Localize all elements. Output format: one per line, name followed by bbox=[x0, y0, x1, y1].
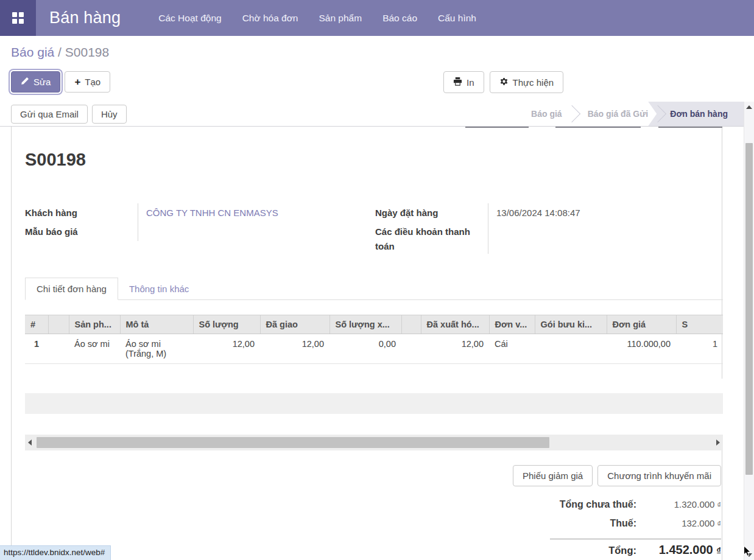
grand-total-row: Tổng: 1.452.000 ₫ bbox=[550, 543, 721, 560]
tab-other-info[interactable]: Thông tin khác bbox=[118, 278, 200, 299]
horizontal-scrollbar[interactable] bbox=[25, 435, 723, 450]
plus-icon: + bbox=[74, 79, 80, 86]
record-title: S00198 bbox=[25, 150, 86, 170]
order-lines-table: # Sản ph... Mô tả Số lượng Đã giao Số lư… bbox=[25, 315, 723, 364]
breadcrumb-parent-link[interactable]: Báo giá bbox=[11, 45, 54, 59]
totals-divider bbox=[550, 539, 721, 539]
table-header-row: # Sản ph... Mô tả Số lượng Đã giao Số lư… bbox=[25, 315, 723, 334]
order-line-row[interactable]: 1 Áo sơ mi Áo sơ mi (Trắng, M) 12,00 12,… bbox=[25, 334, 723, 364]
vertical-scrollbar[interactable] bbox=[744, 102, 754, 560]
stat-button-border bbox=[658, 127, 722, 128]
col-invoiced: Đã xuất hó... bbox=[421, 315, 489, 334]
stat-button-border bbox=[465, 127, 529, 128]
payment-terms-value bbox=[496, 222, 716, 241]
col-product: Sản ph... bbox=[69, 315, 120, 334]
browser-status-bar: https://ttldev.bnidx.net/web# bbox=[0, 545, 111, 560]
coupon-button[interactable]: Phiếu giảm giá bbox=[513, 465, 593, 486]
stat-button-border bbox=[555, 127, 641, 128]
menu-item-products[interactable]: Sản phẩm bbox=[319, 13, 362, 24]
cell-package2 bbox=[535, 334, 607, 364]
top-navbar: Bán hàng Các Hoạt động Chờ hóa đơn Sản p… bbox=[0, 0, 754, 36]
menu-item-configuration[interactable]: Cấu hình bbox=[438, 13, 476, 24]
state-quotation-sent[interactable]: Báo giá đã Gửi bbox=[576, 102, 661, 126]
col-blank bbox=[401, 315, 421, 334]
horizontal-scroll-track[interactable] bbox=[35, 435, 713, 450]
breadcrumb-separator: / bbox=[58, 45, 62, 59]
untaxed-value: 1.320.000 ₫ bbox=[645, 499, 721, 509]
tax-value: 132.000 ₫ bbox=[645, 518, 721, 528]
promotion-button[interactable]: Chương trình khuyến mãi bbox=[597, 465, 721, 486]
tax-total-row: Thuế: 132.000 ₫ bbox=[550, 518, 721, 537]
send-email-button[interactable]: Gửi qua Email bbox=[11, 105, 88, 124]
order-date-value: 13/06/2024 14:08:47 bbox=[496, 203, 716, 222]
app-title: Bán hàng bbox=[49, 9, 121, 27]
payment-terms-label: Các điều khoản thanh toán bbox=[375, 222, 488, 254]
cell-blank bbox=[401, 334, 421, 364]
gear-icon bbox=[499, 77, 509, 88]
form-sheet: S00198 Khách hàng Mẫu báo giá CÔNG TY TN… bbox=[11, 127, 722, 560]
menu-item-to-invoice[interactable]: Chờ hóa đơn bbox=[242, 13, 298, 24]
apps-menu-button[interactable] bbox=[0, 0, 36, 36]
edit-button[interactable]: Sửa bbox=[11, 71, 60, 93]
cell-uom: Cái bbox=[489, 334, 535, 364]
col-package: Gói bưu ki... bbox=[535, 315, 607, 334]
cell-qty-extra: 0,00 bbox=[329, 334, 401, 364]
cell-description: Áo sơ mi (Trắng, M) bbox=[120, 334, 193, 364]
breadcrumb-row: Báo giá / S00198 bbox=[0, 36, 754, 70]
control-panel: Sửa + Tạo In Thực hiện bbox=[0, 70, 754, 102]
main-menu: Các Hoạt động Chờ hóa đơn Sản phẩm Báo c… bbox=[158, 13, 476, 24]
scroll-left-arrow[interactable] bbox=[25, 439, 35, 446]
menu-item-reporting[interactable]: Báo cáo bbox=[382, 13, 417, 24]
untaxed-label: Tổng chưa thuế: bbox=[550, 499, 645, 510]
untaxed-total-row: Tổng chưa thuế: 1.320.000 ₫ bbox=[550, 499, 721, 518]
col-description: Mô tả bbox=[120, 315, 193, 334]
totals-block: Tổng chưa thuế: 1.320.000 ₫ Thuế: 132.00… bbox=[550, 499, 721, 560]
quotation-template-value bbox=[146, 222, 366, 241]
quotation-template-label: Mẫu báo giá bbox=[25, 222, 138, 241]
action-button[interactable]: Thực hiện bbox=[490, 71, 564, 93]
notebook-tabs: Chi tiết đơn hàng Thông tin khác bbox=[25, 276, 723, 300]
menu-item-activities[interactable]: Các Hoạt động bbox=[158, 13, 221, 24]
breadcrumb: Báo giá / S00198 bbox=[11, 45, 109, 60]
col-subtotal: S bbox=[676, 315, 723, 334]
currency-sign: ₫ bbox=[717, 520, 721, 528]
horizontal-scroll-thumb[interactable] bbox=[37, 437, 549, 448]
vertical-scroll-thumb[interactable] bbox=[745, 143, 753, 475]
cell-subtotal: 1 bbox=[676, 334, 723, 364]
cell-quantity: 12,00 bbox=[193, 334, 260, 364]
empty-row bbox=[25, 414, 723, 435]
printer-icon bbox=[453, 77, 462, 88]
cancel-button[interactable]: Hủy bbox=[92, 105, 127, 124]
col-handle bbox=[48, 315, 69, 334]
col-index: # bbox=[25, 315, 48, 334]
col-qty-extra: Số lượng x... bbox=[329, 315, 401, 334]
empty-row-striped bbox=[25, 393, 723, 414]
currency-sign: ₫ bbox=[717, 501, 721, 509]
cell-index: 1 bbox=[25, 334, 48, 364]
scroll-right-arrow[interactable] bbox=[713, 439, 723, 446]
col-uom: Đơn v... bbox=[489, 315, 535, 334]
breadcrumb-current: S00198 bbox=[65, 45, 109, 59]
tab-order-lines[interactable]: Chi tiết đơn hàng bbox=[25, 278, 118, 300]
mouse-cursor bbox=[743, 545, 752, 560]
field-group-left: Khách hàng Mẫu báo giá CÔNG TY TNHH CN E… bbox=[25, 203, 366, 241]
status-toolbar: Gửi qua Email Hủy Báo giá Báo giá đã Gửi… bbox=[0, 102, 754, 127]
customer-value-link[interactable]: CÔNG TY TNHH CN ENMASYS bbox=[146, 203, 366, 222]
apps-grid-icon bbox=[12, 12, 24, 24]
order-date-label: Ngày đặt hàng bbox=[375, 203, 488, 222]
cell-unit-price: 110.000,00 bbox=[607, 334, 676, 364]
col-delivered: Đã giao bbox=[260, 315, 329, 334]
pencil-icon bbox=[21, 77, 29, 87]
cell-handle bbox=[48, 334, 69, 364]
col-unit-price: Đơn giá bbox=[607, 315, 676, 334]
empty-row bbox=[25, 379, 723, 393]
cell-product: Áo sơ mi bbox=[69, 334, 120, 364]
field-group-right: Ngày đặt hàng Các điều khoản thanh toán … bbox=[375, 203, 716, 254]
cell-invoiced: 12,00 bbox=[421, 334, 489, 364]
col-quantity: Số lượng bbox=[193, 315, 260, 334]
create-button[interactable]: + Tạo bbox=[65, 71, 110, 93]
grand-total-label: Tổng: bbox=[550, 545, 645, 556]
print-button[interactable]: In bbox=[443, 71, 484, 93]
statusbar: Báo giá Báo giá đã Gửi Đơn bán hàng bbox=[519, 102, 744, 126]
scroll-up-arrow[interactable] bbox=[746, 105, 752, 109]
